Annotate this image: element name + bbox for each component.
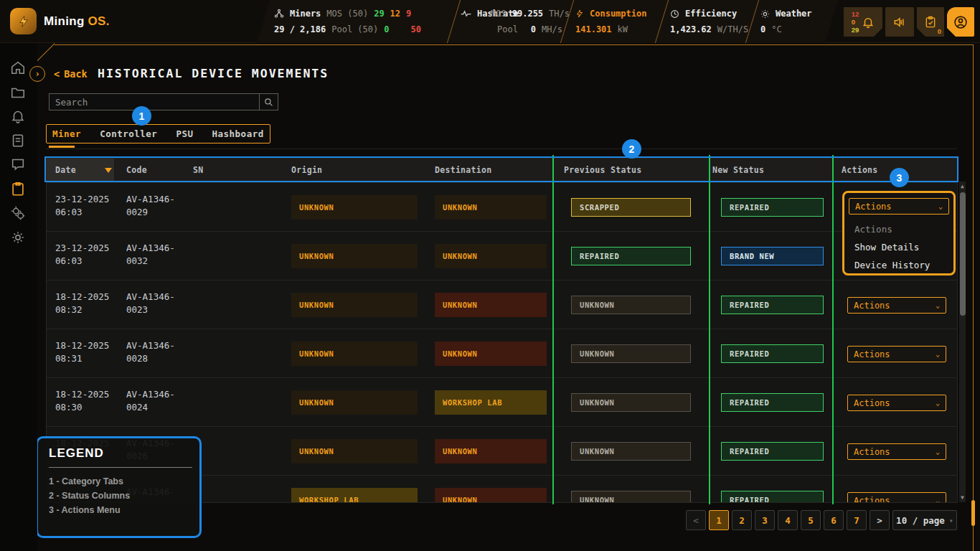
dropdown-item-device-history[interactable]: Device History bbox=[844, 256, 953, 274]
cell-code: AV-A1346-0028 bbox=[126, 339, 175, 365]
pagination-page-2[interactable]: 2 bbox=[732, 510, 752, 530]
annotation-marker-3: 3 bbox=[890, 168, 909, 187]
content-frame-top bbox=[55, 44, 973, 45]
actions-select[interactable]: Actions⌄ bbox=[847, 395, 946, 411]
pagination-page-1[interactable]: 1 bbox=[709, 510, 729, 530]
search-input[interactable] bbox=[50, 94, 259, 110]
new-status-badge: REPAIRED bbox=[721, 491, 824, 503]
dropdown-item-show-details[interactable]: Show Details bbox=[844, 238, 953, 256]
sidebar-item-reports[interactable] bbox=[10, 133, 27, 150]
column-header-date[interactable]: Date bbox=[55, 165, 76, 175]
previous-status-badge: SCRAPPED bbox=[571, 198, 691, 217]
actions-select[interactable]: Actions⌄ bbox=[847, 346, 946, 362]
actions-select[interactable]: Actions ⌄ bbox=[849, 198, 949, 215]
status-column-separator bbox=[552, 155, 554, 504]
destination-badge: UNKNOWN bbox=[435, 439, 547, 463]
app-logo[interactable]: Mining OS. bbox=[10, 8, 110, 34]
sidebar-item-movements[interactable] bbox=[10, 181, 27, 198]
speaker-button[interactable] bbox=[885, 7, 914, 37]
mining-os-app: Mining OS. Miners MOS (50) 29 12 9 29 / … bbox=[0, 0, 980, 551]
status-column-separator bbox=[709, 155, 710, 504]
legend-title: LEGEND bbox=[49, 446, 104, 461]
cell-code: AV-A1346-0024 bbox=[126, 388, 175, 414]
origin-badge: UNKNOWN bbox=[291, 244, 418, 268]
pagination-page-3[interactable]: 3 bbox=[755, 510, 775, 530]
tab-controller[interactable]: Controller bbox=[100, 128, 157, 139]
table-row[interactable]: 23-12-202506:03AV-A1346-0032UNKNOWNUNKNO… bbox=[47, 231, 958, 280]
tab-psu[interactable]: PSU bbox=[176, 128, 193, 139]
actions-select[interactable]: Actions⌄ bbox=[847, 492, 946, 503]
chevron-down-icon: ▾ bbox=[949, 517, 953, 524]
page-scrollbar-thumb[interactable] bbox=[971, 500, 975, 526]
pagination-page-4[interactable]: 4 bbox=[778, 510, 798, 530]
pagination-page-5[interactable]: 5 bbox=[801, 510, 821, 530]
pagination-page-6[interactable]: 6 bbox=[824, 510, 844, 530]
table-row[interactable]: 18-12-202508:32AV-A1346-0023UNKNOWNUNKNO… bbox=[47, 280, 958, 329]
efficiency-clock-icon bbox=[670, 9, 679, 19]
tab-hashboard[interactable]: Hashboard bbox=[212, 128, 263, 139]
previous-status-badge: UNKNOWN bbox=[571, 344, 691, 363]
table-row[interactable]: 18-12-202508:31AV-A1346-0028UNKNOWNUNKNO… bbox=[47, 329, 958, 377]
origin-badge: UNKNOWN bbox=[291, 293, 418, 317]
destination-badge: UNKNOWN bbox=[435, 244, 547, 268]
origin-badge: UNKNOWN bbox=[291, 390, 418, 415]
destination-badge: WORKSHOP LAB bbox=[435, 390, 547, 415]
sort-desc-icon[interactable] bbox=[105, 168, 112, 173]
search-button[interactable] bbox=[259, 93, 278, 110]
lightning-logo-icon bbox=[10, 8, 37, 34]
category-tabs: MinerControllerPSUHashboard bbox=[46, 124, 270, 143]
new-status-badge: BRAND NEW bbox=[721, 247, 824, 265]
pagination-next-button[interactable]: > bbox=[870, 510, 890, 530]
scroll-up-icon[interactable]: ▲ bbox=[959, 182, 966, 189]
actions-dropdown-menu: ActionsShow DetailsDevice History bbox=[844, 220, 953, 274]
status-column-separator bbox=[832, 155, 834, 504]
cell-code: AV-A1346-0023 bbox=[126, 291, 175, 316]
column-header-destination: Destination bbox=[435, 165, 491, 175]
account-button[interactable] bbox=[947, 7, 974, 37]
actions-select[interactable]: Actions⌄ bbox=[847, 443, 946, 460]
scroll-down-icon[interactable]: ▼ bbox=[959, 494, 966, 501]
back-chevron-icon: < bbox=[54, 68, 60, 80]
sidebar-item-settings[interactable] bbox=[10, 230, 27, 247]
tab-miner[interactable]: Miner bbox=[52, 128, 81, 139]
sidebar-item-messages[interactable] bbox=[10, 156, 27, 174]
legend-item: 3 - Actions Menu bbox=[49, 503, 130, 517]
pagination-page-7[interactable]: 7 bbox=[847, 510, 867, 530]
column-header-new-status: New Status bbox=[712, 165, 764, 175]
cell-code: AV-A1346-0032 bbox=[126, 242, 175, 268]
page-size-select[interactable]: 10 / page ▾ bbox=[892, 510, 957, 530]
sidebar-item-components[interactable] bbox=[10, 205, 27, 222]
previous-status-badge: UNKNOWN bbox=[571, 491, 691, 503]
tasks-button[interactable]: 0 bbox=[917, 7, 944, 37]
destination-badge: UNKNOWN bbox=[435, 293, 547, 317]
search-icon bbox=[264, 98, 273, 107]
sidebar-item-folders[interactable] bbox=[10, 85, 27, 102]
pagination-prev-button[interactable]: < bbox=[686, 510, 706, 530]
legend-panel: LEGEND 1 - Category Tabs2 - Status Colum… bbox=[36, 436, 202, 538]
actions-select[interactable]: Actions⌄ bbox=[847, 297, 946, 314]
column-header-code: Code bbox=[126, 165, 147, 175]
notifications-button[interactable]: 12 0 29 bbox=[844, 7, 882, 37]
cell-date: 18-12-202508:30 bbox=[55, 388, 109, 414]
cell-date: 23-12-202506:03 bbox=[55, 193, 109, 219]
sidebar-item-alerts[interactable] bbox=[10, 108, 27, 126]
previous-status-badge: UNKNOWN bbox=[571, 442, 691, 461]
stat-miners: Miners MOS (50) 29 12 9 29 / 2,186 Pool … bbox=[274, 6, 421, 37]
tabs-baseline bbox=[46, 149, 957, 149]
origin-badge: UNKNOWN bbox=[291, 439, 418, 463]
account-person-icon bbox=[953, 15, 968, 29]
brand-name: Mining OS. bbox=[44, 14, 110, 29]
legend-item: 2 - Status Columns bbox=[49, 489, 130, 503]
annotation-marker-1: 1 bbox=[132, 106, 151, 126]
table-row[interactable]: 18-12-202508:30AV-A1346-0024UNKNOWNWORKS… bbox=[47, 377, 958, 426]
bell-icon bbox=[862, 16, 875, 29]
new-status-badge: REPAIRED bbox=[721, 393, 824, 412]
back-button[interactable]: < Back bbox=[54, 68, 88, 80]
table-row[interactable]: 23-12-202506:03AV-A1346-0029UNKNOWNUNKNO… bbox=[47, 182, 958, 231]
hashrate-icon bbox=[461, 9, 471, 18]
sidebar-expand-button[interactable]: › bbox=[29, 66, 45, 82]
origin-badge: WORKSHOP LAB bbox=[291, 488, 418, 503]
sidebar-item-home[interactable] bbox=[10, 60, 27, 77]
table-scrollbar-thumb[interactable] bbox=[960, 192, 966, 316]
stat-hashrate-mos: MOS 99.255 TH/s bbox=[491, 6, 570, 22]
